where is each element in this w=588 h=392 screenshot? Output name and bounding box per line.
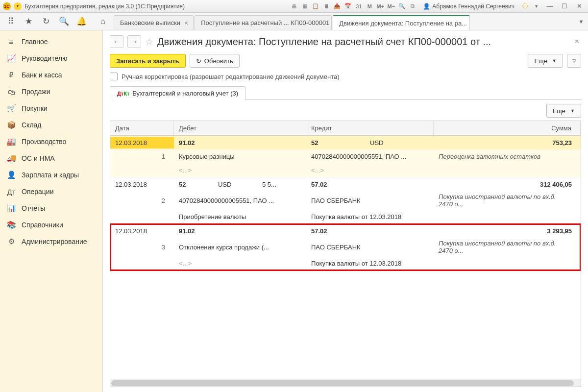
sidebar-icon: ₽ — [7, 71, 16, 79]
close-icon[interactable]: × — [184, 19, 188, 27]
sidebar-item-1[interactable]: 📈Руководителю — [0, 50, 102, 67]
sidebar-label: Главное — [22, 38, 48, 46]
sidebar-label: Покупки — [22, 104, 48, 112]
sidebar-icon: Дт — [7, 188, 16, 196]
refresh-button[interactable]: ↻Обновить — [190, 54, 240, 68]
forward-button[interactable]: → — [127, 35, 141, 48]
sidebar-icon: 🚚 — [7, 154, 16, 163]
app-title: Бухгалтерия предприятия, редакция 3.0 (1… — [24, 3, 185, 10]
col-debit[interactable]: Дебет — [174, 121, 306, 135]
tab-movements[interactable]: Движения документа: Поступление на ра...… — [333, 15, 470, 30]
tabs-dropdown[interactable]: ▼ — [574, 13, 588, 30]
m-plus-icon[interactable]: M+ — [376, 2, 385, 11]
table-row[interactable]: 12.03.201891.0257.023 293,953Отклонения … — [110, 224, 581, 270]
tab-receipt[interactable]: Поступление на расчетный ... КП00-000001… — [195, 15, 332, 30]
sidebar-label: Справочники — [22, 221, 63, 229]
table-header: Дата Дебет Кредит Сумма — [110, 121, 581, 136]
col-credit[interactable]: Кредит — [306, 121, 434, 135]
sidebar-icon: 🛒 — [7, 104, 16, 113]
dtkt-icon: ДтКт — [117, 91, 129, 97]
back-button[interactable]: ← — [110, 35, 123, 48]
sidebar-label: Администрирование — [22, 238, 87, 245]
m-minus-icon[interactable]: M− — [387, 2, 395, 11]
manual-edit-row[interactable]: Ручная корректировка (разрешает редактир… — [110, 73, 581, 80]
preview-icon[interactable]: ▦ — [300, 2, 309, 11]
sidebar-item-5[interactable]: 📦Склад — [0, 117, 102, 133]
help-button[interactable]: ? — [567, 54, 581, 68]
print-icon[interactable]: 🖶 — [290, 2, 298, 11]
sidebar-label: Зарплата и кадры — [22, 171, 79, 179]
sidebar-icon: ⚙ — [7, 237, 16, 246]
minimize-button[interactable]: — — [544, 2, 556, 11]
sidebar-label: Банк и касса — [22, 71, 62, 79]
main-content: ← → ☆ Движения документа: Поступление на… — [103, 30, 588, 392]
sidebar-icon: ≡ — [7, 38, 16, 46]
sidebar-item-2[interactable]: ₽Банк и касса — [0, 67, 102, 83]
horizontal-scrollbar[interactable] — [110, 379, 581, 387]
sidebar-label: Продажи — [22, 88, 50, 96]
col-sum[interactable]: Сумма — [434, 121, 581, 135]
table-row[interactable]: 12.03.201852USD5 5...57.02312 406,052407… — [110, 177, 581, 224]
sidebar-item-9[interactable]: ДтОперации — [0, 183, 102, 200]
table-row[interactable]: 12.03.201891.0252USD753,231Курсовые разн… — [110, 136, 581, 177]
date-icon[interactable]: 31 — [354, 2, 363, 11]
sidebar-icon: 📊 — [7, 204, 16, 213]
sidebar-item-10[interactable]: 📊Отчеты — [0, 200, 102, 217]
sidebar-item-3[interactable]: 🛍Продажи — [0, 83, 102, 100]
sidebar-label: Руководителю — [22, 54, 67, 62]
sidebar-icon: 📈 — [7, 54, 16, 63]
sidebar-item-0[interactable]: ≡Главное — [0, 33, 102, 50]
sidebar-label: Отчеты — [22, 204, 45, 212]
calc-icon[interactable]: 🖩 — [322, 2, 331, 11]
history-icon[interactable]: ↻ — [37, 13, 55, 30]
document-tabs: Банковские выписки × Поступление на расч… — [114, 13, 574, 30]
app-menu-icon[interactable]: ▾ — [14, 2, 22, 10]
favorite-icon[interactable]: ☆ — [145, 36, 153, 48]
col-date[interactable]: Дата — [110, 121, 174, 135]
manual-edit-checkbox[interactable] — [110, 73, 118, 80]
sidebar-item-7[interactable]: 🚚ОС и НМА — [0, 150, 102, 167]
sidebar-item-8[interactable]: 👤Зарплата и кадры — [0, 167, 102, 183]
close-page-button[interactable]: × — [573, 37, 581, 46]
search-icon[interactable]: 🔍 — [55, 13, 73, 30]
sidebar-icon: 📦 — [7, 121, 16, 129]
tab-bank-statements[interactable]: Банковские выписки × — [114, 15, 194, 30]
user-icon: 👤 — [423, 3, 430, 10]
apps-icon[interactable]: ⠿ — [2, 13, 20, 30]
sidebar: ≡Главное📈Руководителю₽Банк и касса🛍Прода… — [0, 30, 103, 392]
save-close-button[interactable]: Записать и закрыть — [110, 54, 186, 68]
sidebar-label: Склад — [22, 121, 42, 129]
sidebar-label: Производство — [22, 138, 66, 146]
user-label[interactable]: 👤 Абрамов Геннадий Сергеевич — [420, 3, 517, 10]
close-window-button[interactable]: ✕ — [573, 2, 585, 11]
info-icon[interactable]: ⓘ — [520, 2, 529, 11]
sidebar-icon: 📚 — [7, 220, 16, 229]
sidebar-icon: 🏭 — [7, 137, 16, 146]
sidebar-item-11[interactable]: 📚Справочники — [0, 217, 102, 233]
dropdown-icon[interactable]: ▾ — [532, 2, 541, 11]
star-toolbar-icon[interactable]: ★ — [20, 13, 37, 30]
sidebar-icon: 👤 — [7, 171, 16, 179]
home-icon[interactable]: ⌂ — [94, 13, 112, 30]
sidebar-item-12[interactable]: ⚙Администрирование — [0, 233, 102, 250]
table-more-button[interactable]: Еще▼ — [546, 104, 581, 118]
maximize-button[interactable]: ☐ — [559, 2, 570, 11]
sidebar-item-4[interactable]: 🛒Покупки — [0, 100, 102, 117]
sidebar-label: Операции — [22, 188, 54, 196]
bell-icon[interactable]: 🔔 — [73, 13, 90, 30]
titlebar: 1C ▾ Бухгалтерия предприятия, редакция 3… — [0, 0, 588, 13]
main-toolbar: ⠿ ★ ↻ 🔍 🔔 ⌂ Банковские выписки × Поступл… — [0, 13, 588, 30]
refresh-icon: ↻ — [196, 57, 201, 65]
sidebar-icon: 🛍 — [7, 88, 16, 96]
window-icon[interactable]: ⧉ — [408, 2, 417, 11]
app-logo-icon: 1C — [3, 2, 11, 10]
tab-accounting[interactable]: ДтКт Бухгалтерский и налоговый учет (3) — [110, 86, 245, 100]
sidebar-item-6[interactable]: 🏭Производство — [0, 133, 102, 150]
page-title: Движения документа: Поступление на расче… — [157, 36, 569, 48]
clipboard-icon[interactable]: 📋 — [311, 2, 320, 11]
search-toolbar-icon[interactable]: 🔍 — [397, 2, 406, 11]
calendar-icon[interactable]: 📅 — [343, 2, 352, 11]
m-icon[interactable]: M — [365, 2, 374, 11]
more-button[interactable]: Еще▼ — [528, 54, 563, 68]
send-icon[interactable]: 📤 — [333, 2, 342, 11]
